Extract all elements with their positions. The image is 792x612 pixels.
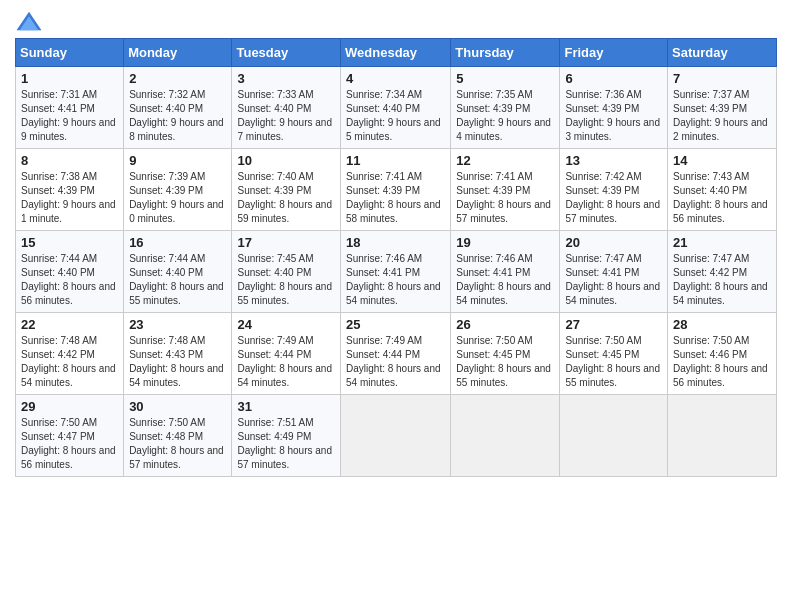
logo bbox=[15, 10, 47, 32]
sunset-label: Sunset: 4:40 PM bbox=[673, 185, 747, 196]
sunset-label: Sunset: 4:40 PM bbox=[237, 103, 311, 114]
day-info: Sunrise: 7:50 AM Sunset: 4:45 PM Dayligh… bbox=[565, 334, 662, 390]
sunset-label: Sunset: 4:45 PM bbox=[565, 349, 639, 360]
day-info: Sunrise: 7:50 AM Sunset: 4:46 PM Dayligh… bbox=[673, 334, 771, 390]
daylight-label: Daylight: 8 hours and 54 minutes. bbox=[346, 281, 441, 306]
calendar-week-row: 22 Sunrise: 7:48 AM Sunset: 4:42 PM Dayl… bbox=[16, 313, 777, 395]
sunrise-label: Sunrise: 7:50 AM bbox=[565, 335, 641, 346]
sunset-label: Sunset: 4:39 PM bbox=[565, 103, 639, 114]
day-number: 18 bbox=[346, 235, 445, 250]
day-number: 30 bbox=[129, 399, 226, 414]
sunset-label: Sunset: 4:40 PM bbox=[129, 267, 203, 278]
calendar-week-row: 29 Sunrise: 7:50 AM Sunset: 4:47 PM Dayl… bbox=[16, 395, 777, 477]
sunset-label: Sunset: 4:46 PM bbox=[673, 349, 747, 360]
sunset-label: Sunset: 4:40 PM bbox=[129, 103, 203, 114]
daylight-label: Daylight: 8 hours and 57 minutes. bbox=[565, 199, 660, 224]
sunset-label: Sunset: 4:39 PM bbox=[21, 185, 95, 196]
calendar-cell bbox=[341, 395, 451, 477]
sunrise-label: Sunrise: 7:41 AM bbox=[346, 171, 422, 182]
day-info: Sunrise: 7:50 AM Sunset: 4:47 PM Dayligh… bbox=[21, 416, 118, 472]
day-info: Sunrise: 7:41 AM Sunset: 4:39 PM Dayligh… bbox=[346, 170, 445, 226]
day-info: Sunrise: 7:49 AM Sunset: 4:44 PM Dayligh… bbox=[346, 334, 445, 390]
daylight-label: Daylight: 8 hours and 57 minutes. bbox=[129, 445, 224, 470]
calendar-cell: 7 Sunrise: 7:37 AM Sunset: 4:39 PM Dayli… bbox=[668, 67, 777, 149]
sunrise-label: Sunrise: 7:48 AM bbox=[129, 335, 205, 346]
sunset-label: Sunset: 4:39 PM bbox=[673, 103, 747, 114]
sunrise-label: Sunrise: 7:50 AM bbox=[456, 335, 532, 346]
sunset-label: Sunset: 4:39 PM bbox=[346, 185, 420, 196]
sunrise-label: Sunrise: 7:42 AM bbox=[565, 171, 641, 182]
calendar-cell: 22 Sunrise: 7:48 AM Sunset: 4:42 PM Dayl… bbox=[16, 313, 124, 395]
sunset-label: Sunset: 4:44 PM bbox=[237, 349, 311, 360]
day-info: Sunrise: 7:46 AM Sunset: 4:41 PM Dayligh… bbox=[456, 252, 554, 308]
day-info: Sunrise: 7:50 AM Sunset: 4:48 PM Dayligh… bbox=[129, 416, 226, 472]
daylight-label: Daylight: 9 hours and 9 minutes. bbox=[21, 117, 116, 142]
sunset-label: Sunset: 4:41 PM bbox=[21, 103, 95, 114]
calendar-week-row: 1 Sunrise: 7:31 AM Sunset: 4:41 PM Dayli… bbox=[16, 67, 777, 149]
sunset-label: Sunset: 4:41 PM bbox=[456, 267, 530, 278]
sunrise-label: Sunrise: 7:35 AM bbox=[456, 89, 532, 100]
header-monday: Monday bbox=[124, 39, 232, 67]
sunrise-label: Sunrise: 7:49 AM bbox=[346, 335, 422, 346]
sunrise-label: Sunrise: 7:50 AM bbox=[129, 417, 205, 428]
day-info: Sunrise: 7:48 AM Sunset: 4:42 PM Dayligh… bbox=[21, 334, 118, 390]
calendar-cell: 28 Sunrise: 7:50 AM Sunset: 4:46 PM Dayl… bbox=[668, 313, 777, 395]
sunrise-label: Sunrise: 7:46 AM bbox=[346, 253, 422, 264]
daylight-label: Daylight: 8 hours and 54 minutes. bbox=[237, 363, 332, 388]
daylight-label: Daylight: 9 hours and 3 minutes. bbox=[565, 117, 660, 142]
daylight-label: Daylight: 8 hours and 54 minutes. bbox=[456, 281, 551, 306]
sunrise-label: Sunrise: 7:43 AM bbox=[673, 171, 749, 182]
sunrise-label: Sunrise: 7:51 AM bbox=[237, 417, 313, 428]
sunset-label: Sunset: 4:44 PM bbox=[346, 349, 420, 360]
day-number: 16 bbox=[129, 235, 226, 250]
calendar-cell: 30 Sunrise: 7:50 AM Sunset: 4:48 PM Dayl… bbox=[124, 395, 232, 477]
day-number: 3 bbox=[237, 71, 335, 86]
day-info: Sunrise: 7:48 AM Sunset: 4:43 PM Dayligh… bbox=[129, 334, 226, 390]
daylight-label: Daylight: 8 hours and 54 minutes. bbox=[565, 281, 660, 306]
day-number: 15 bbox=[21, 235, 118, 250]
sunset-label: Sunset: 4:43 PM bbox=[129, 349, 203, 360]
header-sunday: Sunday bbox=[16, 39, 124, 67]
calendar-cell: 13 Sunrise: 7:42 AM Sunset: 4:39 PM Dayl… bbox=[560, 149, 668, 231]
calendar-cell: 14 Sunrise: 7:43 AM Sunset: 4:40 PM Dayl… bbox=[668, 149, 777, 231]
sunrise-label: Sunrise: 7:37 AM bbox=[673, 89, 749, 100]
day-info: Sunrise: 7:36 AM Sunset: 4:39 PM Dayligh… bbox=[565, 88, 662, 144]
daylight-label: Daylight: 9 hours and 0 minutes. bbox=[129, 199, 224, 224]
calendar-cell: 26 Sunrise: 7:50 AM Sunset: 4:45 PM Dayl… bbox=[451, 313, 560, 395]
day-info: Sunrise: 7:47 AM Sunset: 4:42 PM Dayligh… bbox=[673, 252, 771, 308]
calendar-cell: 3 Sunrise: 7:33 AM Sunset: 4:40 PM Dayli… bbox=[232, 67, 341, 149]
daylight-label: Daylight: 8 hours and 57 minutes. bbox=[237, 445, 332, 470]
logo-icon bbox=[15, 10, 43, 32]
daylight-label: Daylight: 8 hours and 54 minutes. bbox=[129, 363, 224, 388]
sunrise-label: Sunrise: 7:45 AM bbox=[237, 253, 313, 264]
day-info: Sunrise: 7:33 AM Sunset: 4:40 PM Dayligh… bbox=[237, 88, 335, 144]
sunset-label: Sunset: 4:40 PM bbox=[237, 267, 311, 278]
day-number: 24 bbox=[237, 317, 335, 332]
day-number: 22 bbox=[21, 317, 118, 332]
sunrise-label: Sunrise: 7:46 AM bbox=[456, 253, 532, 264]
daylight-label: Daylight: 9 hours and 5 minutes. bbox=[346, 117, 441, 142]
day-info: Sunrise: 7:49 AM Sunset: 4:44 PM Dayligh… bbox=[237, 334, 335, 390]
sunset-label: Sunset: 4:39 PM bbox=[237, 185, 311, 196]
sunrise-label: Sunrise: 7:50 AM bbox=[673, 335, 749, 346]
calendar-cell: 24 Sunrise: 7:49 AM Sunset: 4:44 PM Dayl… bbox=[232, 313, 341, 395]
daylight-label: Daylight: 8 hours and 54 minutes. bbox=[673, 281, 768, 306]
day-info: Sunrise: 7:42 AM Sunset: 4:39 PM Dayligh… bbox=[565, 170, 662, 226]
sunrise-label: Sunrise: 7:41 AM bbox=[456, 171, 532, 182]
daylight-label: Daylight: 9 hours and 4 minutes. bbox=[456, 117, 551, 142]
calendar-cell: 19 Sunrise: 7:46 AM Sunset: 4:41 PM Dayl… bbox=[451, 231, 560, 313]
day-number: 9 bbox=[129, 153, 226, 168]
sunset-label: Sunset: 4:49 PM bbox=[237, 431, 311, 442]
sunset-label: Sunset: 4:42 PM bbox=[673, 267, 747, 278]
calendar-cell: 18 Sunrise: 7:46 AM Sunset: 4:41 PM Dayl… bbox=[341, 231, 451, 313]
daylight-label: Daylight: 9 hours and 1 minute. bbox=[21, 199, 116, 224]
daylight-label: Daylight: 8 hours and 57 minutes. bbox=[456, 199, 551, 224]
day-number: 25 bbox=[346, 317, 445, 332]
calendar-cell: 31 Sunrise: 7:51 AM Sunset: 4:49 PM Dayl… bbox=[232, 395, 341, 477]
day-number: 6 bbox=[565, 71, 662, 86]
day-info: Sunrise: 7:50 AM Sunset: 4:45 PM Dayligh… bbox=[456, 334, 554, 390]
day-number: 31 bbox=[237, 399, 335, 414]
calendar-cell: 8 Sunrise: 7:38 AM Sunset: 4:39 PM Dayli… bbox=[16, 149, 124, 231]
calendar-cell bbox=[560, 395, 668, 477]
daylight-label: Daylight: 8 hours and 55 minutes. bbox=[456, 363, 551, 388]
